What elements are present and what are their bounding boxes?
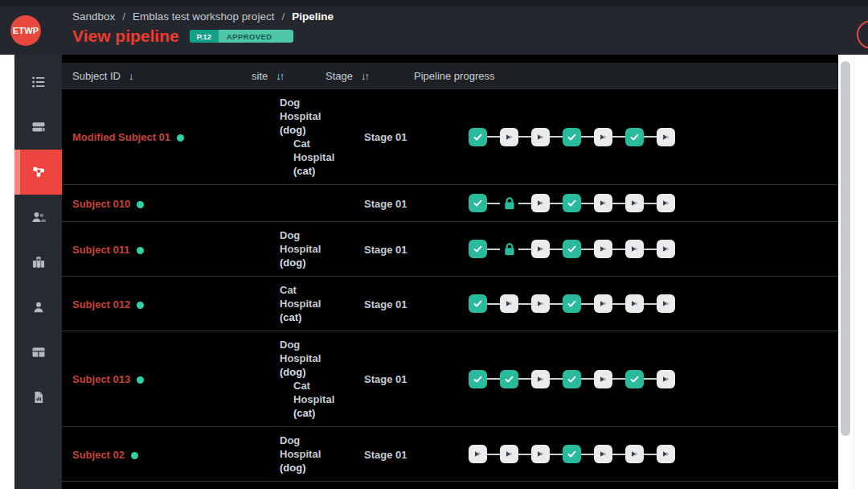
progress-play-icon[interactable]: [657, 194, 675, 212]
progress-connector: [487, 303, 500, 305]
subject-link[interactable]: Subject 011: [72, 244, 130, 256]
breadcrumb: Sandbox / Emblas test workshop project /…: [72, 10, 334, 23]
stage-label: Stage 01: [364, 373, 407, 385]
subject-cell: Subject 013: [62, 372, 252, 386]
stage-cell: Stage 01: [326, 196, 414, 211]
sidebar-item-users[interactable]: [14, 195, 62, 240]
progress-check-icon[interactable]: [563, 445, 581, 463]
progress-check-icon[interactable]: [469, 370, 487, 388]
sidebar-item-hospital[interactable]: [14, 240, 62, 285]
project-logo[interactable]: ETWP: [10, 15, 41, 46]
progress-check-icon[interactable]: [625, 370, 644, 388]
progress-check-icon[interactable]: [563, 294, 581, 313]
subject-link[interactable]: Subject 013: [72, 373, 130, 385]
progress-play-icon[interactable]: [657, 240, 675, 258]
sidebar-item-person[interactable]: [14, 285, 62, 330]
progress-check-icon[interactable]: [469, 128, 487, 146]
sort-icon[interactable]: ↓: [129, 70, 134, 82]
sidebar-item-stack[interactable]: [14, 105, 62, 150]
table-body: Modified Subject 01Dog Hospital (dog)Cat…: [62, 88, 838, 481]
progress-play-icon[interactable]: [531, 194, 550, 212]
progress-play-icon[interactable]: [531, 294, 550, 313]
progress-play-icon[interactable]: [625, 194, 644, 212]
pipeline-progress: [469, 128, 838, 146]
column-header-site[interactable]: site↓↑: [252, 70, 326, 82]
progress-check-icon[interactable]: [469, 240, 487, 258]
progress-play-icon[interactable]: [594, 445, 612, 463]
table-row[interactable]: Modified Subject 01Dog Hospital (dog)Cat…: [62, 88, 838, 184]
subject-link[interactable]: Subject 010: [72, 198, 130, 210]
progress-connector: [487, 203, 500, 204]
progress-play-icon[interactable]: [500, 294, 518, 313]
progress-check-icon[interactable]: [563, 128, 581, 146]
progress-connector: [518, 136, 531, 138]
progress-play-icon[interactable]: [531, 240, 550, 258]
sidebar-item-table[interactable]: [14, 330, 62, 375]
progress-play-icon[interactable]: [625, 294, 644, 313]
progress-lock-icon[interactable]: [500, 194, 518, 212]
table-row[interactable]: Subject 011Dog Hospital (dog)Stage 01: [62, 221, 838, 276]
column-header-subject-id[interactable]: Subject ID↓: [62, 70, 252, 82]
users-icon: [31, 209, 47, 225]
page-title: View pipeline: [72, 27, 179, 46]
site-cell: Dog Hospital (dog)Cat Hospital (cat): [252, 338, 326, 420]
progress-cell: [414, 194, 838, 212]
progress-play-icon[interactable]: [531, 128, 550, 146]
progress-check-icon[interactable]: [625, 128, 644, 146]
sort-icon[interactable]: ↓↑: [276, 70, 285, 82]
user-avatar-button[interactable]: [857, 20, 868, 49]
breadcrumb-separator: /: [122, 10, 125, 23]
subject-link[interactable]: Modified Subject 01: [72, 131, 170, 143]
table-row[interactable]: Subject 02Dog Hospital (dog)Stage 01: [62, 426, 838, 481]
progress-play-icon[interactable]: [594, 240, 612, 258]
progress-play-icon[interactable]: [594, 194, 612, 212]
progress-play-icon[interactable]: [531, 370, 550, 388]
progress-play-icon[interactable]: [531, 445, 550, 463]
breadcrumb-item-project[interactable]: Emblas test workshop project: [133, 10, 274, 23]
stage-label: Stage 01: [364, 298, 407, 310]
progress-cell: [414, 294, 838, 313]
progress-play-icon[interactable]: [657, 370, 675, 388]
progress-check-icon[interactable]: [500, 370, 518, 388]
site-cell: Dog Hospital (dog): [252, 434, 326, 475]
progress-play-icon[interactable]: [594, 294, 612, 313]
scrollbar-thumb[interactable]: [841, 61, 850, 436]
table-row[interactable]: Subject 012Cat Hospital (cat)Stage 01: [62, 276, 838, 331]
progress-play-icon[interactable]: [594, 370, 612, 388]
progress-play-icon[interactable]: [657, 128, 675, 146]
subject-link[interactable]: Subject 02: [72, 449, 125, 461]
sidebar-item-list[interactable]: [14, 60, 62, 105]
site-cell: Cat Hospital (cat): [252, 283, 326, 324]
subject-cell: Subject 02: [62, 447, 252, 462]
progress-play-icon[interactable]: [594, 128, 612, 146]
progress-play-icon[interactable]: [657, 445, 675, 463]
progress-play-icon[interactable]: [657, 294, 675, 313]
progress-check-icon[interactable]: [563, 240, 581, 258]
progress-connector: [518, 454, 531, 455]
sort-icon[interactable]: ↓↑: [361, 70, 370, 82]
site-name: Cat Hospital (cat): [293, 137, 326, 178]
subject-link[interactable]: Subject 012: [72, 298, 130, 310]
progress-connector: [487, 378, 500, 380]
progress-check-icon[interactable]: [563, 370, 581, 388]
progress-check-icon[interactable]: [563, 194, 581, 212]
progress-lock-icon[interactable]: [500, 240, 518, 258]
progress-play-icon[interactable]: [469, 445, 487, 463]
progress-check-icon[interactable]: [469, 194, 487, 212]
progress-play-icon[interactable]: [500, 445, 518, 463]
table-row[interactable]: Subject 010Stage 01: [62, 184, 838, 221]
table-row[interactable]: Subject 013Dog Hospital (dog)Cat Hospita…: [62, 331, 838, 426]
progress-play-icon[interactable]: [625, 445, 644, 463]
column-header-stage[interactable]: Stage↓↑: [326, 70, 414, 82]
column-label: site: [252, 70, 268, 82]
sidebar-item-report[interactable]: [14, 375, 62, 420]
progress-connector: [644, 203, 657, 204]
progress-check-icon[interactable]: [469, 294, 487, 313]
title-row: View pipeline P.12 APPROVED: [72, 27, 293, 46]
pipeline-table: Subject ID↓site↓↑Stage↓↑Pipeline progres…: [62, 55, 838, 489]
sidebar-item-pipeline[interactable]: [14, 150, 62, 195]
site-cell: Dog Hospital (dog): [252, 228, 326, 269]
progress-play-icon[interactable]: [625, 240, 644, 258]
progress-play-icon[interactable]: [500, 128, 518, 146]
breadcrumb-item-sandbox[interactable]: Sandbox: [72, 10, 115, 23]
